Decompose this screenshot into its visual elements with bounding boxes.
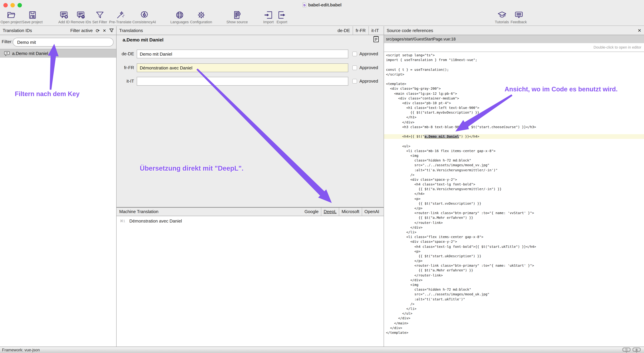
translation-ids-header: Translation IDs Filter active ⟳ ✕: [0, 26, 116, 35]
code-line: {{ $t("start.myvbvDescription") }}: [384, 110, 644, 115]
annotation-filter-note: Filtern nach dem Key: [15, 90, 80, 98]
toolbar-item-label: Configuration: [186, 20, 216, 24]
clear-filter-icon[interactable]: ✕: [103, 29, 106, 33]
provider-google[interactable]: Google: [302, 208, 321, 216]
toolbar-item-export[interactable]: Export: [267, 11, 297, 26]
approved-label: Approved: [360, 51, 378, 56]
refresh-icon[interactable]: ⟳: [96, 28, 100, 33]
tab-de-DE[interactable]: de-DE: [335, 26, 353, 35]
code-line: {{ $t("a.Mehr erfahren") }}: [384, 268, 644, 273]
code-line: {{ $t("a.Mehr erfahren") }}: [384, 216, 644, 220]
source-refs-header: Source code references ✕: [384, 26, 644, 35]
approved-checkbox-it[interactable]: [352, 79, 357, 84]
provider-openai[interactable]: OpenAI: [362, 208, 382, 216]
code-line: [384, 63, 644, 67]
code-line: />: [384, 172, 644, 177]
code-line: <ul>: [384, 144, 644, 149]
code-line: <script setup lang="ts">: [384, 53, 644, 58]
language-tabs: de-DE fr-FR it-IT: [335, 26, 382, 35]
filter-label: Filter:: [2, 39, 13, 44]
filter-row: Filter:: [0, 35, 116, 49]
code-line: </script>: [384, 72, 644, 77]
code-line: const { t } = useTranslation();: [384, 67, 644, 72]
code-line: <div class="space-y-2">: [384, 177, 644, 182]
translation-row-it: it-IT Approved: [116, 77, 384, 86]
framework-status: Framework: vue-json: [2, 347, 40, 352]
translation-input-fr-FR[interactable]: [137, 63, 348, 72]
code-line: {{ $t("start.ukDescription") }}: [384, 254, 644, 259]
double-click-hint: Double-click to open in editor: [594, 45, 641, 49]
panel-divider-right[interactable]: [384, 26, 384, 346]
filter-funnel-icon[interactable]: [109, 28, 114, 33]
svg-text:b: b: [304, 3, 306, 7]
toolbar-item-save-project[interactable]: Save project: [17, 11, 48, 26]
filter-input[interactable]: [13, 38, 114, 47]
tab-it-IT[interactable]: it-IT: [368, 26, 382, 35]
code-line: </div>: [384, 316, 644, 321]
code-line: [384, 130, 644, 134]
babel-document-icon: b: [302, 2, 306, 8]
code-line: />: [384, 302, 644, 306]
code-line: class="hidden h-72 md:block": [384, 287, 644, 292]
mt-suggestion-row[interactable]: ⌘1 Démonstration avec Daniel: [116, 218, 384, 225]
toolbar-item-consistencyai[interactable]: ConsistencyAI: [129, 11, 159, 26]
provider-microsoft[interactable]: Microsoft: [339, 208, 362, 216]
code-line: <p>: [384, 249, 644, 254]
translation-row-fr: fr-FR Approved: [116, 63, 384, 72]
language-label: fr-FR: [118, 65, 134, 70]
rate-star-bubble-icon[interactable]: [632, 347, 641, 353]
translation-input-de-DE[interactable]: [137, 50, 348, 58]
code-line: {{ $t("start.vvDescription") }}: [384, 201, 644, 206]
code-line: class="hidden h-72 md:block": [384, 158, 644, 163]
close-panel-icon[interactable]: ✕: [638, 26, 641, 35]
source-file-reference[interactable]: src/pages/start/GuestStartPage.vue:18: [384, 35, 644, 43]
approved-checkbox-de[interactable]: [352, 52, 357, 56]
feedback-bubble-icon: [514, 11, 523, 20]
selected-key-title: a.Demo mit Daniel: [122, 37, 164, 43]
babeledit-window: bbabel-edit.babel Open projectSave proje…: [0, 0, 644, 353]
toolbar-item-feedback[interactable]: Feedback: [504, 11, 534, 26]
open-folder-icon: [6, 11, 16, 20]
panel-title: Source code references: [387, 26, 433, 35]
set-filter-icon: [95, 11, 104, 20]
code-line: :alt="t('a.Versicherungsvermittler/-in')…: [384, 168, 644, 172]
provider-deepl[interactable]: DeepL: [321, 208, 339, 216]
approved-checkbox-fr[interactable]: [352, 65, 357, 70]
translation-input-it-IT[interactable]: [137, 77, 348, 86]
toolbar-item-show-source[interactable]: Show source: [222, 11, 252, 26]
language-label: de-DE: [118, 51, 134, 56]
tab-fr-FR[interactable]: fr-FR: [353, 26, 368, 35]
code-line: <router-link class="btn-primary" :to="{ …: [384, 263, 644, 268]
code-line: src="../../assets/images/mood_vv.jpg": [384, 163, 644, 168]
comment-note-icon[interactable]: [373, 36, 379, 43]
translations-panel: Translations de-DE fr-FR it-IT a.Demo mi…: [116, 26, 384, 346]
code-line: <h3 class="mb-8 text-blue-900">{{ $t("st…: [384, 125, 644, 130]
code-line: </router-link>: [384, 220, 644, 225]
code-line: <h4>{{ $t("a.Demo mit Daniel") }}</h4>: [384, 134, 644, 139]
approved-label: Approved: [360, 79, 378, 84]
code-line: </p>: [384, 259, 644, 263]
changes-bubble-icon[interactable]: [622, 347, 630, 353]
toolbar-item-configuration[interactable]: Configuration: [186, 11, 216, 26]
source-code-references-panel: Source code references ✕ src/pages/start…: [384, 26, 644, 346]
status-bar: Framework: vue-json: [0, 346, 644, 353]
toolbar-item-label: Feedback: [504, 20, 534, 24]
code-line: <h1 class="text-left text-blue-900">: [384, 106, 644, 110]
machine-translation-header: Machine Translation Google DeepL Microso…: [116, 207, 384, 216]
brain-check-icon: [140, 11, 149, 20]
code-line: import { useTranslation } from "i18next-…: [384, 58, 644, 62]
code-line: <p>: [384, 196, 644, 201]
translation-id-label: a.Demo mit Daniel: [12, 51, 48, 56]
approved-label: Approved: [360, 65, 378, 70]
translation-id-item-selected[interactable]: a.Demo mit Daniel: [0, 49, 116, 58]
panel-title: Translation IDs: [3, 26, 32, 35]
mt-providers: Google DeepL Microsoft OpenAI: [302, 208, 382, 216]
panel-title: Machine Translation: [119, 209, 158, 214]
titlebar-toolbar: bbabel-edit.babel Open projectSave proje…: [0, 0, 644, 26]
panel-divider-left[interactable]: [116, 26, 116, 346]
code-line: <div class="pb-10 pt-4">: [384, 101, 644, 106]
translation-row-de: de-DE Approved: [116, 50, 384, 58]
export-icon: [277, 11, 286, 20]
code-line: </ul>: [384, 311, 644, 316]
shortcut-badge: ⌘1: [120, 219, 125, 223]
